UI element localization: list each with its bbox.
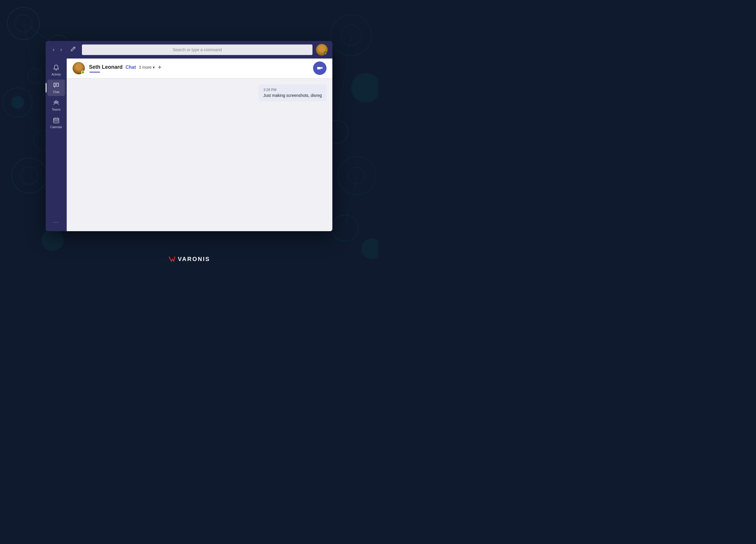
main-content: Seth Leonard Chat 3 more ▾ +: [67, 59, 332, 231]
more-tabs-button[interactable]: 3 more ▾: [139, 65, 155, 70]
forward-button[interactable]: ›: [58, 45, 64, 54]
back-button[interactable]: ‹: [50, 45, 57, 54]
sidebar-item-calendar[interactable]: Calendar: [47, 115, 65, 131]
teams-icon: [53, 99, 59, 107]
add-tab-button[interactable]: +: [158, 64, 161, 71]
sidebar-item-chat-label: Chat: [53, 90, 59, 94]
sidebar-item-activity[interactable]: Activity: [47, 62, 65, 78]
more-apps-button[interactable]: ···: [51, 217, 61, 228]
chat-header-info: Seth Leonard Chat 3 more ▾ +: [89, 64, 161, 73]
sidebar-item-teams-label: Teams: [52, 108, 60, 111]
message-bubble: 3:28 PM Just making screenshots, disreg: [259, 84, 327, 101]
more-tabs-label: 3 more: [139, 65, 152, 70]
chevron-down-icon: ▾: [153, 65, 155, 70]
calendar-icon: [53, 117, 59, 124]
active-tab-underline: [90, 72, 100, 73]
chat-messages: 3:28 PM Just making screenshots, disreg: [67, 78, 332, 231]
search-input[interactable]: [82, 44, 312, 55]
sidebar: Activity Chat: [46, 59, 67, 231]
contact-online-dot: [81, 71, 85, 74]
user-online-status: [324, 52, 327, 55]
video-call-button[interactable]: [313, 61, 327, 75]
bell-icon: [53, 64, 59, 72]
message-time: 3:28 PM: [263, 88, 322, 92]
chat-icon: [53, 82, 59, 89]
chat-tab-active[interactable]: Chat: [126, 65, 136, 70]
svg-rect-35: [54, 121, 55, 121]
svg-line-25: [345, 176, 357, 228]
varonis-text: VARONIS: [178, 256, 210, 262]
nav-buttons: ‹ ›: [50, 45, 64, 54]
title-bar: ‹ ›: [46, 41, 332, 59]
compose-button[interactable]: [68, 45, 78, 54]
sidebar-item-calendar-label: Calendar: [50, 126, 62, 129]
svg-point-10: [42, 229, 64, 251]
svg-point-18: [361, 238, 378, 259]
sidebar-item-chat[interactable]: Chat: [47, 80, 65, 96]
svg-rect-36: [56, 121, 57, 121]
contact-name: Seth Leonard: [89, 64, 123, 70]
window-body: Activity Chat: [46, 59, 332, 231]
tabs-row: [89, 72, 161, 73]
svg-line-24: [336, 35, 351, 132]
message-text: Just making screenshots, disreg: [263, 93, 322, 98]
teams-window: ‹ › Activ: [46, 41, 332, 231]
varonis-brand: VARONIS: [168, 255, 210, 263]
svg-line-22: [18, 102, 44, 140]
contact-name-row: Seth Leonard Chat 3 more ▾ +: [89, 64, 161, 71]
svg-rect-37: [57, 121, 58, 121]
varonis-logo-icon: [168, 255, 176, 263]
svg-line-20: [23, 23, 35, 76]
svg-point-13: [351, 73, 378, 102]
contact-avatar: [73, 62, 85, 74]
svg-point-30: [57, 102, 59, 103]
user-avatar[interactable]: [316, 44, 328, 56]
svg-point-28: [55, 101, 57, 102]
chat-header: Seth Leonard Chat 3 more ▾ +: [67, 59, 332, 78]
sidebar-item-activity-label: Activity: [51, 73, 61, 76]
svg-point-29: [54, 102, 55, 103]
sidebar-item-teams[interactable]: Teams: [47, 97, 65, 114]
